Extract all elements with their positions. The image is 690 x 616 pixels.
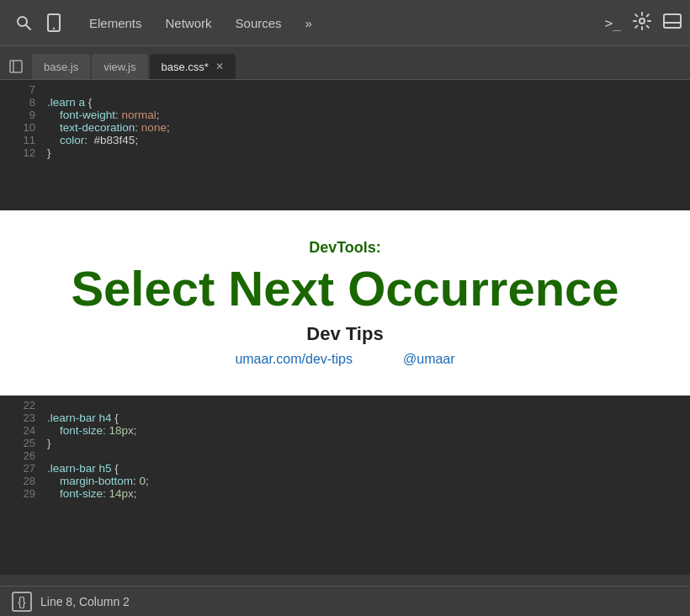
devtools-toolbar: Elements Network Sources » >_: [0, 0, 690, 46]
svg-point-3: [53, 28, 55, 29]
banner-link-twitter[interactable]: @umaar: [403, 352, 455, 367]
svg-rect-5: [664, 14, 681, 28]
nav-elements[interactable]: Elements: [77, 11, 154, 35]
dock-icon[interactable]: [663, 13, 682, 33]
svg-line-1: [26, 25, 30, 29]
gear-icon[interactable]: [633, 12, 651, 35]
code-line-24: 24 font-size: 18px;: [0, 424, 690, 437]
banner-links: umaar.com/dev-tips @umaar: [235, 352, 454, 367]
status-bar: {} Line 8, Column 2: [0, 586, 690, 616]
bracket-icon[interactable]: {}: [12, 592, 32, 612]
feature-banner: DevTools: Select Next Occurrence Dev Tip…: [0, 210, 690, 396]
status-bar-left: {} Line 8, Column 2: [12, 592, 130, 612]
code-line-10: 10 text-decoration: none;: [0, 121, 690, 134]
close-tab-icon[interactable]: ✕: [215, 61, 224, 72]
code-line-11: 11 color: #b83f45;: [0, 134, 690, 146]
sidebar-toggle-button[interactable]: [3, 54, 29, 79]
svg-point-4: [640, 19, 645, 24]
tab-view-js[interactable]: view.js: [92, 54, 147, 79]
code-editor-bottom: 22 23 .learn-bar h4 { 24 font-size: 18px…: [0, 396, 690, 575]
svg-rect-7: [10, 61, 22, 72]
code-line-22: 22: [0, 399, 690, 412]
code-line-29: 29 font-size: 14px;: [0, 487, 690, 500]
nav-sources[interactable]: Sources: [224, 11, 294, 35]
code-line-7: 7: [0, 83, 690, 96]
code-line-25: 25 }: [0, 437, 690, 449]
tab-base-css[interactable]: base.css* ✕: [150, 54, 236, 79]
tab-base-js[interactable]: base.js: [32, 54, 90, 79]
code-line-9: 9 font-weight: normal;: [0, 109, 690, 121]
nav-more[interactable]: »: [294, 11, 324, 35]
code-line-8: 8 .learn a {: [0, 96, 690, 109]
code-line-23: 23 .learn-bar h4 {: [0, 412, 690, 424]
code-editor-top: 7 8 .learn a { 9 font-weight: normal; 10…: [0, 80, 690, 210]
code-line-26: 26: [0, 449, 690, 462]
nav-network[interactable]: Network: [154, 11, 224, 35]
terminal-icon[interactable]: >_: [605, 15, 621, 31]
file-tabs-bar: base.js view.js base.css* ✕: [0, 46, 690, 80]
banner-subtitle: DevTools:: [309, 239, 381, 257]
mobile-icon[interactable]: [39, 8, 69, 38]
banner-link-website[interactable]: umaar.com/dev-tips: [235, 352, 353, 367]
cursor-position: Line 8, Column 2: [40, 595, 130, 608]
toolbar-right: >_: [605, 12, 682, 35]
search-icon[interactable]: [8, 8, 39, 38]
code-line-27: 27 .learn-bar h5 {: [0, 462, 690, 475]
toolbar-nav: Elements Network Sources »: [77, 11, 605, 35]
banner-brand: Dev Tips: [306, 323, 383, 345]
banner-title: Select Next Occurrence: [71, 262, 618, 316]
code-line-12: 12 }: [0, 146, 690, 159]
code-line-28: 28 margin-bottom: 0;: [0, 475, 690, 487]
